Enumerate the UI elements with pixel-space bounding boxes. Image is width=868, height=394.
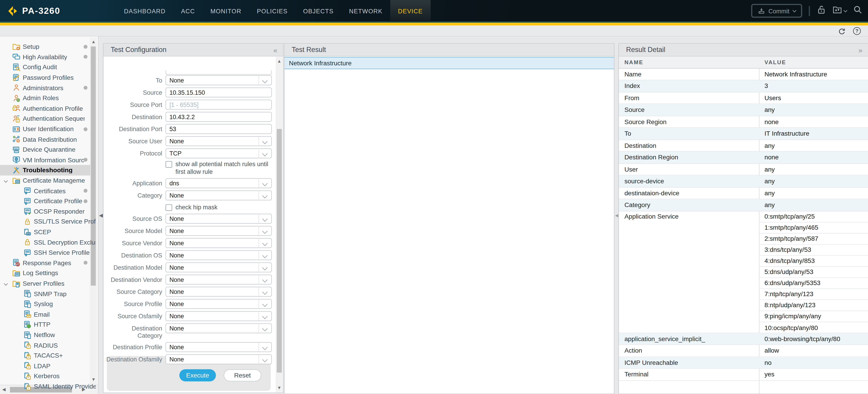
sidebar-item-troubleshooting[interactable]: Troubleshooting <box>0 165 90 175</box>
sidebar-item-syslog[interactable]: Syslog <box>0 299 90 309</box>
sidebar-vertical-scrollbar[interactable]: ▲ ▼ <box>90 38 97 384</box>
topbar-actions: Commit <box>751 0 863 22</box>
help-icon[interactable]: ? <box>853 27 861 35</box>
sidebar-item-certificates[interactable]: Certificates <box>0 186 90 196</box>
detail-value-line: 2:smtp/tcp/any/587 <box>759 233 868 244</box>
sidebar-item-user-identification[interactable]: User Identification <box>0 124 90 134</box>
search-icon[interactable] <box>853 5 863 17</box>
scroll-down-icon[interactable]: ▼ <box>91 377 96 382</box>
select-protocol[interactable]: TCP <box>165 148 272 158</box>
scroll-up-icon[interactable]: ▲ <box>91 40 96 44</box>
select-destination-osfamily[interactable]: None <box>165 354 272 364</box>
scroll-down-icon[interactable]: ▼ <box>277 386 281 390</box>
palo-alto-logo-icon <box>6 4 18 18</box>
result-row-selected[interactable]: Network Infrastructure <box>285 57 614 69</box>
config-transfer-menu[interactable] <box>833 5 846 17</box>
sidebar-item-data-redistribution[interactable]: Data Redistribution <box>0 134 90 145</box>
sidebar-item-vm-information-sources[interactable]: VM Information Sources <box>0 155 90 165</box>
sidebar-item-authentication-profile[interactable]: Authentication Profile <box>0 103 90 114</box>
checkbox-show-all-potential-match-rules-until-fir[interactable] <box>165 161 172 168</box>
doc-mail-icon <box>23 310 32 319</box>
select-destination-os[interactable]: None <box>165 250 272 260</box>
select-source-os[interactable]: None <box>165 214 272 223</box>
field-label: Source User <box>106 138 162 145</box>
sidebar-item-authentication-sequence[interactable]: Authentication Sequence <box>0 114 90 124</box>
sidebar-item-device-quarantine[interactable]: Device Quarantine <box>0 145 90 155</box>
input-source-port[interactable]: [1 - 65535] <box>165 100 272 110</box>
sidebar-item-response-pages[interactable]: Response Pages <box>0 258 90 268</box>
sidebar-item-log-settings[interactable]: Log Settings <box>0 268 90 278</box>
tab-acc[interactable]: ACC <box>174 0 203 22</box>
chevron-down-icon[interactable] <box>4 281 8 285</box>
sidebar-item-email[interactable]: Email <box>0 309 90 320</box>
scrolled-field-sliver <box>165 70 272 75</box>
select-source-profile[interactable]: None <box>165 299 272 309</box>
sidebar-item-config-audit[interactable]: Config Audit <box>0 62 90 72</box>
execute-button[interactable]: Execute <box>179 369 216 381</box>
select-source-user[interactable]: None <box>165 136 272 146</box>
select-destination-category[interactable]: None <box>165 323 272 333</box>
select-destination-model[interactable]: None <box>165 263 272 272</box>
detail-name: Source Region <box>619 116 759 127</box>
detail-value: any <box>759 200 868 211</box>
select-category[interactable]: None <box>165 190 272 200</box>
sidebar-item-high-availability[interactable]: High Availability <box>0 52 90 62</box>
sidebar-item-password-profiles[interactable]: Password Profiles <box>0 72 90 83</box>
accent-bar <box>0 23 868 25</box>
scrollbar-thumb[interactable] <box>91 47 96 286</box>
select-destination-profile[interactable]: None <box>165 342 272 352</box>
sidebar-item-kerberos[interactable]: Kerberos <box>0 371 90 381</box>
sidebar-item-radius[interactable]: RADIUS <box>0 340 90 351</box>
tab-network[interactable]: NETWORK <box>341 0 391 22</box>
sidebar-item-certificate-management[interactable]: Certificate Management <box>0 175 90 186</box>
tab-dashboard[interactable]: DASHBOARD <box>116 0 173 22</box>
sidebar-item-ssh-service-profile[interactable]: SSH Service Profile <box>0 247 90 258</box>
form-vertical-scrollbar[interactable]: ▲ ▼ <box>276 57 282 392</box>
unlock-icon[interactable] <box>816 5 826 17</box>
sidebar-item-ssl-tls-service-profile[interactable]: SSL/TLS Service Profile <box>0 217 90 227</box>
select-application[interactable]: dns <box>165 178 272 188</box>
panel-splitter-handle[interactable]: ◀ <box>99 212 103 218</box>
reset-button[interactable]: Reset <box>223 369 261 381</box>
sidebar-item-ocsp-responder[interactable]: OCSP Responder <box>0 206 90 217</box>
select-source-osfamily[interactable]: None <box>165 311 272 321</box>
select-source-model[interactable]: None <box>165 226 272 236</box>
sidebar-item-setup[interactable]: Setup <box>0 41 90 52</box>
sidebar-item-tacacs-[interactable]: TACACS+ <box>0 351 90 361</box>
sidebar-item-saml-identity-provider[interactable]: SAML Identity Provider <box>0 381 90 392</box>
sidebar-item-administrators[interactable]: Administrators <box>0 83 90 93</box>
input-destination-port[interactable]: 53 <box>165 124 272 134</box>
table-header-row: NAME VALUE <box>619 57 868 68</box>
select-source-category[interactable]: None <box>165 287 272 297</box>
collapse-panel-icon[interactable]: « <box>273 46 277 54</box>
tab-device[interactable]: DEVICE <box>390 0 430 22</box>
sidebar-item-netflow[interactable]: Netflow <box>0 330 90 340</box>
select-destination-vendor[interactable]: None <box>165 275 272 284</box>
input-source[interactable]: 10.35.15.150 <box>165 88 272 97</box>
input-destination[interactable]: 10.43.2.2 <box>165 112 272 122</box>
field-label: Destination Category <box>106 325 162 339</box>
scroll-up-icon[interactable]: ▲ <box>277 59 281 64</box>
field-label: Source Osfamily <box>106 313 162 320</box>
scrollbar-thumb[interactable] <box>276 129 281 373</box>
select-to[interactable]: None <box>165 75 272 85</box>
select-source-vendor[interactable]: None <box>165 238 272 248</box>
sidebar-item-snmp-trap[interactable]: SNMP Trap <box>0 289 90 299</box>
sidebar-item-http[interactable]: HTTP <box>0 320 90 330</box>
detail-row-to: ToIT Infrastructure <box>619 128 868 140</box>
sidebar-item-server-profiles[interactable]: Server Profiles <box>0 278 90 289</box>
expand-panel-icon[interactable]: » <box>859 46 863 54</box>
sidebar-item-scep[interactable]: SCEP <box>0 227 90 237</box>
sidebar-item-admin-roles[interactable]: Admin Roles <box>0 93 90 103</box>
checkbox-check-hip-mask[interactable] <box>165 204 172 211</box>
tab-monitor[interactable]: MONITOR <box>203 0 249 22</box>
refresh-icon[interactable] <box>837 27 846 35</box>
sidebar-item-certificate-profile[interactable]: Certificate Profile <box>0 196 90 206</box>
commit-button[interactable]: Commit <box>751 4 802 18</box>
chevron-down-icon[interactable] <box>4 179 8 182</box>
tab-objects[interactable]: OBJECTS <box>296 0 341 22</box>
sidebar-item-ldap[interactable]: LDAP <box>0 361 90 371</box>
tab-policies[interactable]: POLICIES <box>249 0 296 22</box>
admin-roles-icon <box>12 94 21 102</box>
sidebar-item-ssl-decryption-exclusion[interactable]: SSL Decryption Exclusion <box>0 237 90 247</box>
